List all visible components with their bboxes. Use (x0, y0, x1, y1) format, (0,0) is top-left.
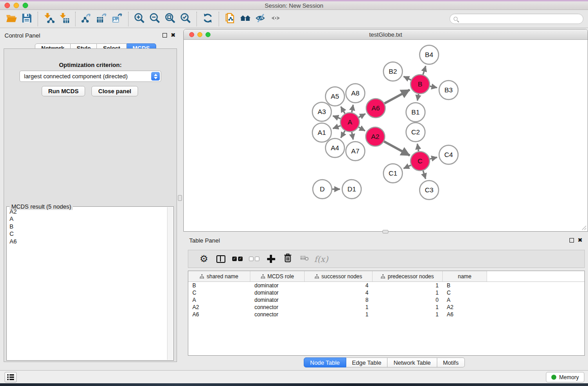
table-panel-float-icon[interactable] (569, 238, 574, 243)
graph-edge-A-A1[interactable] (333, 126, 340, 129)
network-file-button[interactable] (222, 12, 238, 26)
export-network-button[interactable] (79, 12, 94, 26)
column-header-name[interactable]: name (443, 271, 487, 281)
graph-node-C4[interactable]: C4 (439, 145, 458, 164)
table-panel-close-icon[interactable]: ✖ (578, 238, 583, 243)
graph-edge-A-A2[interactable] (359, 127, 365, 131)
graph-node-D1[interactable]: D1 (342, 180, 361, 199)
table-row[interactable]: A2 connector 1 1 A2 (188, 304, 584, 311)
export-table-button[interactable] (94, 12, 110, 26)
graph-edge-B-B4[interactable] (423, 66, 426, 75)
splitter-grip-horizontal[interactable] (382, 230, 388, 234)
control-panel-float-icon[interactable] (163, 33, 167, 38)
open-session-button[interactable] (4, 12, 19, 26)
graph-edge-A-A6[interactable] (359, 114, 365, 117)
zoom-fit-button[interactable] (163, 12, 178, 26)
refresh-layout-button[interactable] (200, 12, 215, 26)
delete-table-button[interactable] (296, 252, 313, 266)
graph-node-A4[interactable]: A4 (325, 138, 344, 157)
graph-edge-A6-B[interactable] (384, 90, 410, 103)
graph-node-A1[interactable]: A1 (312, 123, 331, 142)
import-table-button[interactable] (57, 12, 72, 26)
graph-edge-A-A5[interactable] (341, 107, 345, 114)
graph-node-C[interactable]: C (411, 152, 430, 171)
graph-node-A7[interactable]: A7 (346, 142, 365, 161)
graph-node-C2[interactable]: C2 (406, 123, 425, 142)
list-item[interactable]: A6 (7, 238, 167, 245)
graph-node-A8[interactable]: A8 (346, 84, 365, 103)
fx-icon: f(x) (314, 254, 328, 264)
graph-edge-C-C3[interactable] (423, 171, 426, 179)
search-input[interactable] (460, 15, 583, 23)
table-row[interactable]: A dominator 8 0 A (188, 296, 584, 304)
list-item[interactable]: B (7, 223, 167, 230)
list-item[interactable]: A2 (7, 208, 167, 215)
zoom-out-button[interactable] (147, 12, 163, 26)
graph-node-A5[interactable]: A5 (325, 87, 344, 106)
graph-edge-A-A3[interactable] (333, 116, 340, 119)
zoom-in-button[interactable] (132, 12, 147, 26)
import-network-button[interactable] (41, 12, 57, 26)
home-button[interactable] (238, 12, 253, 26)
network-canvas[interactable]: B4B2BB3A5A8A6B1A3AC2A1A2A4A7C4CC1C3DD1 (184, 40, 587, 231)
zoom-selected-button[interactable] (178, 12, 193, 26)
export-image-button[interactable] (110, 12, 125, 26)
table-settings-button[interactable]: ⚙ (196, 252, 212, 266)
memory-button[interactable]: Memory (546, 372, 584, 382)
graph-edge-A-A7[interactable] (352, 132, 353, 140)
graph-edge-C-C2[interactable] (417, 144, 419, 152)
split-view-button[interactable] (212, 252, 229, 266)
graph-node-C3[interactable]: C3 (420, 181, 439, 200)
column-header-predecessor-nodes[interactable]: predecessor nodes (373, 271, 443, 281)
delete-column-button[interactable] (279, 252, 296, 266)
graph-node-B1[interactable]: B1 (406, 103, 425, 122)
graph-edge-A-A8[interactable] (352, 105, 353, 113)
graph-edge-B-B2[interactable] (404, 76, 411, 80)
splitter-grip-vertical[interactable] (178, 195, 182, 201)
window-resize-grip[interactable] (581, 225, 587, 230)
graph-node-B3[interactable]: B3 (439, 81, 458, 100)
graph-node-A[interactable]: A (340, 113, 359, 132)
graph-edge-C-C4[interactable] (430, 157, 437, 159)
column-header-shared-name[interactable]: shared name (188, 271, 250, 281)
show-eye-button[interactable] (268, 12, 284, 26)
graph-edge-A-A4[interactable] (341, 131, 345, 138)
table-row[interactable]: C dominator 4 1 C (188, 289, 584, 296)
graph-node-B4[interactable]: B4 (420, 45, 439, 64)
tab-motifs[interactable]: Motifs (437, 357, 465, 367)
status-menu-button[interactable] (5, 372, 17, 382)
tab-node-table[interactable]: Node Table (304, 357, 346, 367)
graph-node-A3[interactable]: A3 (312, 102, 331, 121)
column-header-mcds-role[interactable]: MCDS role (250, 271, 305, 281)
tab-edge-table[interactable]: Edge Table (346, 357, 388, 367)
save-session-button[interactable] (19, 12, 34, 26)
function-builder-button[interactable]: f(x) (313, 252, 330, 266)
graph-node-C1[interactable]: C1 (383, 164, 402, 183)
control-panel-close-icon[interactable]: ✖ (171, 33, 176, 38)
graph-edge-C-C1[interactable] (404, 165, 411, 168)
graph-node-B2[interactable]: B2 (383, 62, 402, 81)
list-item[interactable]: C (7, 230, 167, 238)
tab-network-table[interactable]: Network Table (387, 357, 437, 367)
criterion-dropdown[interactable]: largest connected component (directed) (19, 71, 161, 82)
graph-node-A2[interactable]: A2 (366, 127, 385, 146)
scrollbar-track[interactable] (167, 207, 173, 360)
column-header-successor-nodes[interactable]: successor nodes (305, 271, 373, 281)
graph-edge-B-B3[interactable] (430, 86, 437, 87)
hide-all-columns-button[interactable] (246, 252, 263, 266)
list-item[interactable]: A (7, 215, 167, 223)
hide-panels-button[interactable] (253, 12, 268, 26)
svg-text:C2: C2 (411, 128, 420, 136)
graph-node-B[interactable]: B (411, 75, 430, 94)
table-row[interactable]: B dominator 4 1 B (188, 282, 584, 289)
close-panel-button[interactable]: Close panel (91, 86, 138, 96)
graph-node-D[interactable]: D (313, 180, 332, 199)
run-mcds-button[interactable]: Run MCDS (42, 86, 85, 96)
graph-edge-B-B1[interactable] (417, 94, 418, 101)
network-window-titlebar[interactable]: testGlobe.txt (184, 29, 588, 40)
add-column-button[interactable] (263, 252, 279, 266)
table-row[interactable]: A6 connector 1 1 A6 (188, 311, 584, 318)
show-all-columns-button[interactable]: ✓✓ (229, 252, 246, 266)
graph-node-A6[interactable]: A6 (366, 99, 385, 118)
graph-edge-A2-C[interactable] (384, 142, 410, 156)
